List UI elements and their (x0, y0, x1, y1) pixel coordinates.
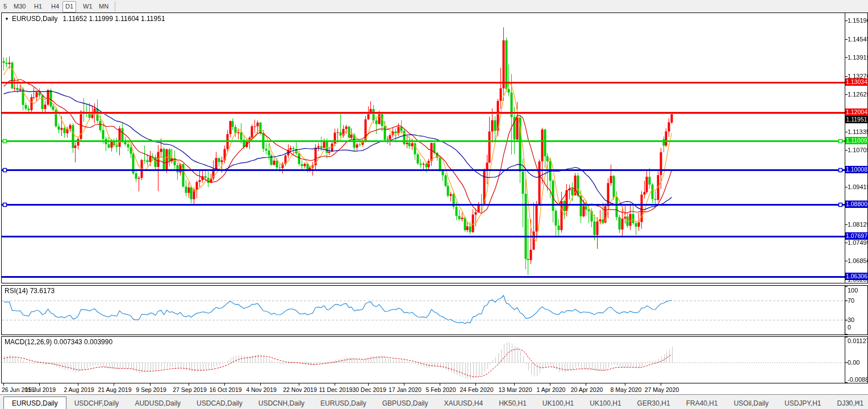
date-label: 24 Feb 2020 (458, 386, 495, 393)
date-label: 5 Feb 2020 (422, 386, 460, 393)
timeframe-button-5[interactable]: 5 (1, 1, 9, 11)
date-tick (114, 383, 114, 386)
date-tick (550, 383, 550, 386)
date-tick (3, 383, 4, 386)
rsi-tick-label: 30 (848, 316, 868, 323)
chart-tab-usdcad-daily[interactable]: USDCAD,Daily (189, 398, 251, 409)
chart-tab-eurusd-daily[interactable]: EURUSD,Daily (312, 398, 374, 409)
date-tick (39, 383, 40, 386)
timeframe-button-m30[interactable]: M30 (11, 1, 28, 11)
date-label: 21 Aug 2019 (96, 386, 133, 393)
hline-price-tag: 1.10008 (845, 166, 868, 173)
price-tick-label: 1.07495 (848, 239, 868, 246)
chart-tab-eurusd-daily[interactable]: EURUSD,Daily (3, 397, 66, 409)
rsi-tick-label: 70 (848, 297, 868, 304)
rsi-indicator-label: RSI(14) 73.6173 (5, 287, 55, 295)
date-tick (150, 383, 151, 386)
timeframe-button-d1[interactable]: D1 (62, 1, 76, 12)
chart-tab-fra40-h1[interactable]: FRA40,H1 (678, 398, 726, 409)
date-label: 16 Oct 2019 (207, 386, 244, 393)
chart-tab-xauusd-h4[interactable]: XAUUSD,H4 (436, 398, 491, 409)
chart-tab-uk100-h1[interactable]: UK100,H1 (535, 398, 582, 409)
tab-scroll-right-icon[interactable]: ► (856, 399, 861, 405)
rsi-tick-label: 100 (848, 287, 868, 294)
trading-terminal: 5M30H1H4D1W1MN ▼EURUSD,Daily1.11652 1.11… (0, 0, 868, 409)
chart-tab-uk100-h1[interactable]: UK100,H1 (582, 398, 629, 409)
hline-price-tag: 1.11009 (845, 137, 868, 144)
price-tick-label: 1.10705 (848, 147, 868, 153)
macd-tick-label: 0.00 (848, 359, 868, 366)
date-tick (586, 383, 586, 386)
date-tick (404, 383, 404, 386)
date-tick (224, 383, 225, 386)
hline-price-tag: 1.13034 (845, 78, 868, 86)
date-label: 1 Apr 2020 (532, 386, 570, 393)
price-tick-label: 1.09415 (848, 183, 868, 190)
chart-tab-usdchf-daily[interactable]: USDCHF,Daily (66, 398, 127, 409)
date-label: 15 Jul 2019 (22, 386, 59, 393)
main-chart-canvas[interactable] (1, 12, 868, 283)
date-tick (189, 383, 189, 386)
date-tick (335, 383, 335, 386)
price-tick-label: 1.12625 (848, 91, 868, 98)
date-tick (78, 383, 78, 386)
chart-tab-hk50-h1[interactable]: HK50,H1 (491, 398, 535, 409)
date-label: 11 Dec 2019 (317, 386, 354, 393)
date-label: 8 May 2020 (607, 386, 645, 393)
chart-symbol-period: EURUSD,Daily (12, 15, 58, 23)
rsi-tick-label: 0 (848, 324, 868, 331)
chart-tab-usoil-daily[interactable]: USOil,Daily (726, 398, 777, 409)
price-tick-label: 1.11335 (848, 128, 868, 135)
chart-tab-gbpusd-daily[interactable]: GBPUSD,Daily (374, 398, 436, 409)
current-price-tag: 1.11951 (845, 116, 868, 123)
date-tick (475, 383, 476, 386)
rsi-pane-canvas[interactable] (1, 285, 868, 335)
date-label: 2 Aug 2019 (60, 386, 98, 393)
date-axis[interactable]: 26 Jun 201915 Jul 20192 Aug 201921 Aug 2… (1, 383, 868, 394)
hline-price-tag: 1.08800 (845, 201, 868, 208)
date-tick (368, 383, 369, 386)
tab-scroll-left-icon[interactable]: ◄ (846, 399, 851, 405)
chart-tab-ger30-h1[interactable]: GER30,H1 (629, 398, 678, 409)
price-tick-label: 1.08125 (848, 221, 868, 228)
date-label: 22 Nov 2019 (281, 386, 319, 393)
date-tick (440, 383, 440, 386)
chart-dropdown-icon[interactable]: ▼ (5, 16, 9, 22)
date-label: 30 Dec 2019 (350, 386, 388, 393)
price-tick-label: 1.15190 (848, 17, 868, 24)
date-label: 17 Jan 2020 (386, 386, 424, 393)
date-label: 13 Mar 2020 (496, 386, 534, 393)
price-tick-label: 1.06850 (848, 257, 868, 264)
chart-tab-usdcnh-daily[interactable]: USDCNH,Daily (251, 398, 312, 409)
date-tick (260, 383, 261, 386)
date-tick (299, 383, 299, 386)
hline-price-tag: 1.07697 (845, 232, 868, 240)
chart-tab-usdjpy-h1[interactable]: USDJPY,H1 (777, 398, 829, 409)
date-label: 27 Sep 2019 (171, 386, 208, 393)
timeframe-button-h1[interactable]: H1 (32, 1, 44, 11)
date-label: 27 May 2020 (643, 386, 681, 393)
date-label: 9 Sep 2019 (132, 386, 170, 393)
macd-pane-canvas[interactable] (1, 336, 868, 383)
macd-tick-label: -0.00884 (848, 376, 868, 383)
macd-tick-label: 0.011277 (848, 337, 868, 344)
timeframe-button-h4[interactable]: H4 (49, 1, 61, 11)
chart-tab-bar: EURUSD,DailyUSDCHF,DailyAUDUSD,DailyUSDC… (0, 394, 868, 409)
toolbar-separator (115, 1, 115, 11)
price-tick-label: 1.13915 (848, 54, 868, 61)
price-tick-label: 1.14545 (848, 36, 868, 43)
timeframe-button-mn[interactable]: MN (97, 1, 111, 11)
chart-ohlc-values: 1.11652 1.11999 1.11604 1.11951 (63, 15, 165, 23)
date-tick (625, 383, 625, 386)
date-tick (514, 383, 515, 386)
hline-price-tag: 1.12004 (845, 108, 868, 116)
chart-title: ▼EURUSD,Daily1.11652 1.11999 1.11604 1.1… (5, 15, 165, 23)
macd-indicator-label: MACD(12,26,9) 0.007343 0.003990 (5, 338, 112, 346)
date-label: 4 Nov 2019 (243, 386, 280, 393)
date-tick (661, 383, 661, 386)
timeframe-toolbar: 5M30H1H4D1W1MN (0, 0, 868, 12)
date-label: 20 Apr 2020 (568, 386, 606, 393)
hline-price-tag: 1.06306 (845, 273, 868, 280)
chart-tab-audusd-daily[interactable]: AUDUSD,Daily (127, 398, 189, 409)
timeframe-button-w1[interactable]: W1 (81, 1, 95, 11)
